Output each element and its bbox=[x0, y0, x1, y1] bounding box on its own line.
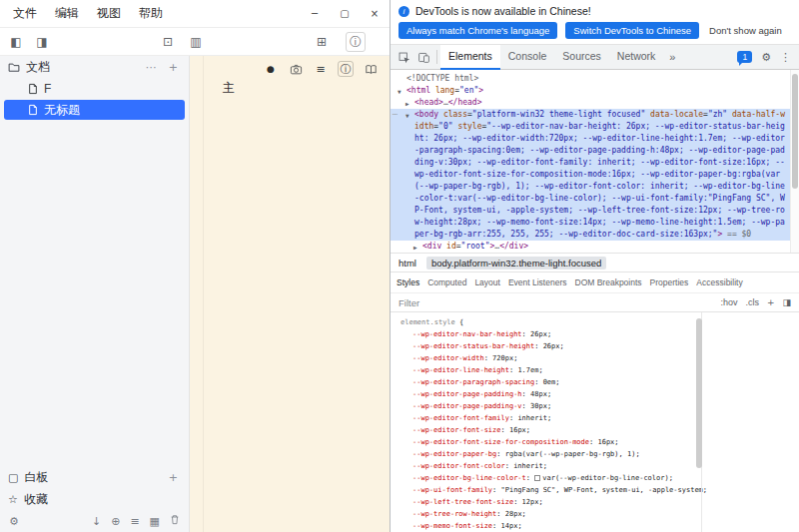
always-match-language-button[interactable]: Always match Chrome's language bbox=[399, 22, 557, 39]
doc-item-0[interactable]: F bbox=[4, 79, 185, 99]
css-property-row[interactable]: --wp-editor-paper-bg: rgba(var(--wp-pape… bbox=[400, 448, 789, 460]
whiteboard-icon: ▢ bbox=[8, 472, 18, 483]
devtools-infobar: i DevTools is now available in Chinese! … bbox=[391, 0, 799, 45]
color-swatch-icon[interactable] bbox=[534, 475, 540, 481]
css-property-row[interactable]: --wp-editor-line-height: 1.7em; bbox=[400, 364, 789, 376]
css-property-row[interactable]: --wp-editor-page-padding-h: 48px; bbox=[400, 388, 789, 400]
menu-item-file[interactable]: 文件 bbox=[4, 0, 46, 27]
css-property-row[interactable]: --wp-left-tree-font-size: 12px; bbox=[400, 496, 789, 508]
devtools-breadcrumbs: htmlbody.platform-win32.theme-light.focu… bbox=[391, 253, 799, 271]
book-icon[interactable] bbox=[363, 61, 379, 77]
add-item-icon[interactable]: ⊕ bbox=[111, 515, 120, 528]
scrollbar-thumb[interactable] bbox=[792, 74, 798, 189]
css-property-row[interactable]: --wp-editor-width: 720px; bbox=[400, 352, 789, 364]
toggle-right-panel-icon[interactable]: ◨ bbox=[32, 32, 52, 52]
camera-icon[interactable] bbox=[288, 61, 304, 77]
css-property-row[interactable]: --wp-tree-row-height: 28px; bbox=[400, 508, 789, 520]
outline-list-icon[interactable]: ≡ bbox=[313, 61, 329, 77]
styles-scrollbar-thumb[interactable] bbox=[696, 318, 702, 468]
class-toggle-button[interactable]: .cls bbox=[745, 297, 759, 307]
css-property-row[interactable]: --wp-editor-page-padding-v: 30px; bbox=[400, 400, 789, 412]
new-style-rule-icon[interactable]: + bbox=[767, 297, 775, 307]
device-toolbar-icon[interactable] bbox=[413, 47, 433, 67]
style-rule-selector[interactable]: element.style { bbox=[400, 316, 789, 328]
css-property-row[interactable]: --wp-editor-nav-bar-height: 26px; bbox=[400, 328, 789, 340]
pane-tab-dom-breakpoints[interactable]: DOM Breakpoints bbox=[571, 272, 646, 292]
add-document-icon[interactable]: + bbox=[166, 61, 181, 74]
devtools-settings-icon[interactable]: ⚙ bbox=[761, 51, 771, 64]
inspect-element-icon[interactable] bbox=[394, 47, 413, 67]
pane-tab-accessibility[interactable]: Accessibility bbox=[692, 272, 746, 292]
select-area-icon[interactable]: ⊡ bbox=[158, 32, 178, 52]
whiteboard-label: 白板 bbox=[24, 469, 48, 486]
head-element-row[interactable]: ▶<head>…</head> bbox=[406, 97, 789, 109]
tab-network[interactable]: Network bbox=[609, 45, 664, 70]
page-icon bbox=[28, 83, 38, 95]
dont-show-again-button[interactable]: Don't show again bbox=[707, 22, 784, 39]
star-icon: ☆ bbox=[8, 494, 18, 505]
css-property-row[interactable]: --wp-editor-paragraph-spacing: 0em; bbox=[400, 376, 789, 388]
devtools-menu-icon[interactable]: ⋮ bbox=[780, 51, 791, 64]
documents-header[interactable]: 文档 ⋯ + bbox=[0, 56, 189, 78]
doc-item-1[interactable]: 无标题 bbox=[4, 100, 185, 120]
toggle-left-panel-icon[interactable]: ◧ bbox=[6, 32, 26, 52]
css-property-row[interactable]: --wp-ui-font-family: "PingFang SC", WP-F… bbox=[400, 484, 789, 496]
infobar-buttons: Always match Chrome's languageSwitch Dev… bbox=[399, 22, 791, 39]
list-view-icon[interactable]: ≡ bbox=[130, 515, 139, 528]
notes-app-window: 文件编辑视图帮助 ─ ▢ × ◧ ◨ ⊡ ▥ ⊞ ⓘ 文档 ⋯ + bbox=[0, 0, 390, 532]
download-icon[interactable]: ↓ bbox=[92, 515, 101, 528]
grid-view-small-icon[interactable]: ▦ bbox=[150, 515, 160, 528]
elements-tree: <!DOCTYPE html>▼<html lang="en">▶<head>…… bbox=[391, 70, 799, 253]
css-property-row[interactable]: --wp-editor-status-bar-height: 26px; bbox=[400, 340, 789, 352]
html-element-row[interactable]: ▼<html lang="en"> bbox=[406, 85, 789, 97]
elements-rows: <!DOCTYPE html>▼<html lang="en">▶<head>…… bbox=[406, 73, 789, 253]
breadcrumb-1[interactable]: body.platform-win32.theme-light.focused bbox=[426, 257, 606, 269]
editor[interactable]: ● ≡ ⓘ 主 bbox=[190, 56, 390, 532]
page-text[interactable]: 主 bbox=[223, 80, 235, 97]
css-property-row[interactable]: --wp-memo-font-size: 14px; bbox=[400, 520, 789, 532]
minimize-button[interactable]: ─ bbox=[300, 0, 330, 27]
css-property-row[interactable]: --wp-editor-font-color: inherit; bbox=[400, 460, 789, 472]
whiteboard-row[interactable]: ▢ 白板 + bbox=[0, 466, 189, 488]
layout-columns-icon[interactable]: ▥ bbox=[186, 32, 206, 52]
trash-icon[interactable] bbox=[170, 514, 180, 528]
pane-layout-icon[interactable]: ◨ bbox=[782, 297, 791, 307]
pane-tab-layout[interactable]: Layout bbox=[470, 272, 504, 292]
documents-more-icon[interactable]: ⋯ bbox=[143, 61, 160, 74]
page-info-icon[interactable]: ⓘ bbox=[338, 61, 354, 77]
elements-scrollbar[interactable] bbox=[790, 70, 799, 253]
switch-devtools-chinese-button[interactable]: Switch DevTools to Chinese bbox=[565, 22, 699, 39]
css-property-row[interactable]: --wp-editor-bg-line-color-t: var(--wp-ed… bbox=[400, 472, 789, 484]
body-element-row[interactable]: ⋯▼<body class="platform-win32 theme-ligh… bbox=[391, 109, 799, 241]
folder-icon bbox=[8, 62, 20, 73]
pane-tab-computed[interactable]: Computed bbox=[423, 272, 470, 292]
tab-console[interactable]: Console bbox=[500, 45, 555, 70]
favorites-row[interactable]: ☆ 收藏 bbox=[0, 488, 189, 510]
close-button[interactable]: × bbox=[360, 0, 390, 27]
tab-elements[interactable]: Elements bbox=[440, 45, 500, 70]
sidebar-settings-icon[interactable]: ⚙ bbox=[9, 515, 19, 528]
feedback-badge[interactable]: 1 bbox=[737, 51, 752, 63]
pane-tab-properties[interactable]: Properties bbox=[646, 272, 693, 292]
add-whiteboard-icon[interactable]: + bbox=[166, 471, 181, 484]
status-dot-icon[interactable]: ● bbox=[263, 61, 279, 77]
info-panel-icon[interactable]: ⓘ bbox=[346, 32, 366, 52]
css-property-row[interactable]: --wp-editor-font-family: inherit; bbox=[400, 412, 789, 424]
menu-item-view[interactable]: 视图 bbox=[88, 0, 130, 27]
toolbar-separator bbox=[436, 50, 437, 64]
pane-tab-event-listeners[interactable]: Event Listeners bbox=[504, 272, 571, 292]
menu-item-edit[interactable]: 编辑 bbox=[46, 0, 88, 27]
root-div-row[interactable]: ▶<div id="root">…</div> bbox=[406, 241, 789, 253]
hover-state-button[interactable]: :hov bbox=[720, 297, 737, 307]
more-tabs-icon[interactable]: » bbox=[663, 51, 681, 63]
filter-input[interactable]: Filter bbox=[399, 297, 712, 308]
breadcrumb-0[interactable]: html bbox=[399, 258, 416, 268]
menu-item-help[interactable]: 帮助 bbox=[130, 0, 172, 27]
maximize-button[interactable]: ▢ bbox=[330, 0, 360, 27]
tab-sources[interactable]: Sources bbox=[554, 45, 609, 70]
pane-tab-styles[interactable]: Styles bbox=[393, 272, 423, 292]
css-property-row[interactable]: --wp-editor-font-size: 16px; bbox=[400, 424, 789, 436]
info-circle-icon: i bbox=[399, 6, 409, 17]
grid-view-icon[interactable]: ⊞ bbox=[312, 32, 332, 52]
css-property-row[interactable]: --wp-editor-font-size-for-composition-mo… bbox=[400, 436, 789, 448]
